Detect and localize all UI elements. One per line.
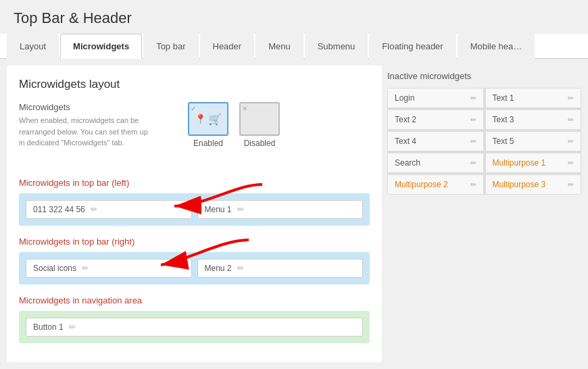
button1-label: Button 1 — [33, 322, 64, 332]
disabled-icon-box[interactable]: ✕ — [239, 102, 280, 136]
login-edit-icon[interactable]: ✏ — [470, 94, 476, 103]
top-bar-right-section: Microwidgets in top bar (right) Social i… — [19, 237, 370, 285]
text2-label: Text 2 — [395, 115, 416, 124]
widget-options: ✓ 📍 🛒 Enabled ✕ Disabled — [188, 102, 280, 148]
inactive-search[interactable]: Search ✏ — [388, 153, 483, 172]
tab-header[interactable]: Header — [200, 34, 255, 59]
phone-edit-icon[interactable]: ✏ — [91, 205, 97, 214]
text5-edit-icon[interactable]: ✏ — [568, 137, 574, 146]
main-wrapper: Top Bar & Header Layout Microwidgets Top… — [0, 0, 588, 369]
tab-floating-header[interactable]: Floating header — [369, 34, 456, 59]
inactive-text3[interactable]: Text 3 ✏ — [486, 110, 581, 129]
inactive-text5[interactable]: Text 5 ✏ — [486, 132, 581, 151]
inactive-text2[interactable]: Text 2 ✏ — [388, 110, 483, 129]
multipurpose1-edit-icon[interactable]: ✏ — [568, 159, 574, 168]
section-title: Microwidgets layout — [19, 78, 370, 91]
text4-label: Text 4 — [395, 137, 416, 146]
inactive-grid: Login ✏ Text 1 ✏ Text 2 ✏ Text 3 ✏ Text … — [387, 88, 581, 195]
tab-mobile-header[interactable]: Mobile hea… — [458, 34, 535, 59]
text4-edit-icon[interactable]: ✏ — [470, 137, 476, 146]
top-bar-left-row: 011 322 44 56 ✏ Menu 1 ✏ — [19, 193, 370, 226]
check-mark: ✓ — [191, 105, 196, 112]
top-bar-left-section: Microwidgets in top bar (left) 011 322 4… — [19, 178, 370, 226]
multipurpose1-label: Multipurpose 1 — [493, 158, 546, 168]
tab-menu[interactable]: Menu — [255, 34, 303, 59]
widget-cell-menu1[interactable]: Menu 1 ✏ — [197, 200, 364, 219]
top-bar-right-row: Social icons ✏ Menu 2 ✏ — [19, 252, 370, 285]
phone-label: 011 322 44 56 — [33, 205, 85, 214]
enabled-icon-box[interactable]: ✓ 📍 🛒 — [188, 102, 228, 136]
nav-area-title: Microwidgets in navigation area — [19, 295, 370, 305]
page-title: Top Bar & Header — [0, 0, 588, 34]
nav-area-section: Microwidgets in navigation area Button 1… — [19, 295, 370, 343]
tab-submenu[interactable]: Submenu — [305, 34, 368, 59]
microwidgets-desc: When enabled, microwidgets can be rearra… — [19, 115, 154, 149]
option-enabled[interactable]: ✓ 📍 🛒 Enabled — [188, 102, 228, 148]
social-edit-icon[interactable]: ✏ — [82, 264, 89, 273]
x-mark: ✕ — [242, 105, 247, 112]
widget-cell-menu2[interactable]: Menu 2 ✏ — [197, 259, 364, 278]
right-section: Inactive microwidgets Login ✏ Text 1 ✏ T… — [382, 66, 581, 362]
tab-layout[interactable]: Layout — [7, 34, 59, 59]
inactive-multipurpose1[interactable]: Multipurpose 1 ✏ — [486, 153, 581, 172]
option-disabled[interactable]: ✕ Disabled — [239, 102, 280, 148]
text3-label: Text 3 — [493, 115, 514, 124]
text1-label: Text 1 — [493, 93, 514, 103]
text2-edit-icon[interactable]: ✏ — [470, 116, 476, 124]
nav-area-row: Button 1 ✏ — [19, 311, 370, 343]
pin-icon: 📍 — [195, 114, 206, 124]
tabs-bar: Layout Microwidgets Top bar Header Menu … — [0, 34, 588, 59]
cart-icon: 🛒 — [208, 113, 222, 126]
menu1-label: Menu 1 — [205, 205, 232, 214]
multipurpose3-label: Multipurpose 3 — [493, 180, 546, 189]
search-label: Search — [395, 158, 420, 168]
widget-cell-social[interactable]: Social icons ✏ — [26, 259, 192, 278]
inactive-text4[interactable]: Text 4 ✏ — [388, 132, 483, 151]
enabled-label: Enabled — [193, 139, 223, 148]
multipurpose3-edit-icon[interactable]: ✏ — [568, 180, 574, 189]
menu1-edit-icon[interactable]: ✏ — [237, 205, 244, 214]
multipurpose2-label: Multipurpose 2 — [395, 180, 448, 189]
widget-cell-button1[interactable]: Button 1 ✏ — [26, 318, 363, 337]
inactive-multipurpose3[interactable]: Multipurpose 3 ✏ — [486, 175, 581, 194]
text3-edit-icon[interactable]: ✏ — [568, 116, 574, 124]
microwidgets-label: Microwidgets — [19, 102, 154, 112]
button1-edit-icon[interactable]: ✏ — [69, 322, 76, 332]
disabled-label: Disabled — [244, 139, 276, 148]
microwidgets-info: Microwidgets When enabled, microwidgets … — [19, 102, 154, 149]
tab-microwidgets[interactable]: Microwidgets — [60, 34, 142, 59]
multipurpose2-edit-icon[interactable]: ✏ — [470, 180, 476, 189]
top-bar-left-title: Microwidgets in top bar (left) — [19, 178, 370, 188]
inactive-login[interactable]: Login ✏ — [388, 89, 483, 107]
social-label: Social icons — [33, 264, 76, 273]
menu2-label: Menu 2 — [205, 264, 232, 273]
search-edit-icon[interactable]: ✏ — [470, 159, 476, 168]
panels-wrapper: Microwidgets layout Microwidgets When en… — [0, 59, 588, 369]
inactive-title: Inactive microwidgets — [387, 71, 581, 81]
login-label: Login — [395, 93, 414, 103]
text1-edit-icon[interactable]: ✏ — [568, 94, 574, 103]
widget-cell-phone[interactable]: 011 322 44 56 ✏ — [26, 200, 192, 219]
inactive-text1[interactable]: Text 1 ✏ — [486, 89, 581, 107]
text5-label: Text 5 — [493, 137, 514, 146]
menu2-edit-icon[interactable]: ✏ — [237, 264, 244, 273]
left-section: Microwidgets layout Microwidgets When en… — [7, 66, 382, 362]
tab-top-bar[interactable]: Top bar — [143, 34, 198, 59]
inactive-multipurpose2[interactable]: Multipurpose 2 ✏ — [388, 175, 483, 194]
top-bar-right-title: Microwidgets in top bar (right) — [19, 237, 370, 247]
